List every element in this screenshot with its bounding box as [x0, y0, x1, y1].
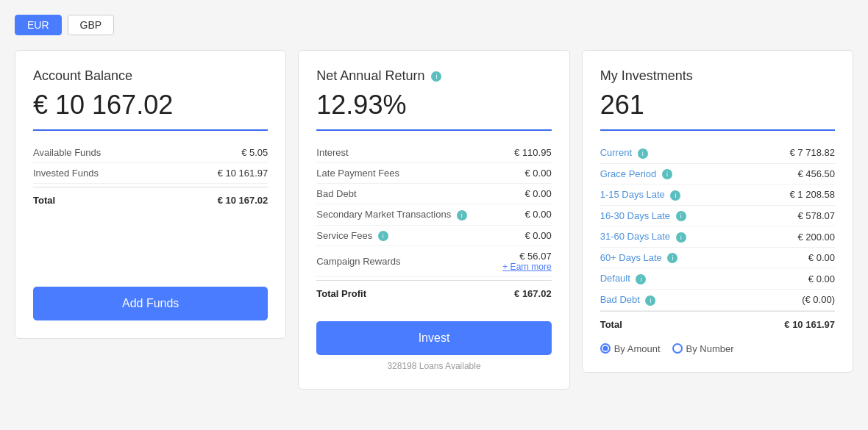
secondary-market-info-icon[interactable]: i [457, 210, 467, 221]
currency-eur-button[interactable]: EUR [15, 15, 62, 35]
late-payment-fees-row: Late Payment Fees € 0.00 [316, 163, 551, 184]
available-funds-value: € 5.05 [241, 147, 268, 158]
available-funds-row: Available Funds € 5.05 [33, 143, 268, 163]
cards-container: Account Balance € 10 167.02 Available Fu… [15, 50, 853, 390]
available-funds-label: Available Funds [33, 147, 101, 158]
days-60plus-label: 60+ Days Late i [600, 252, 678, 264]
net-annual-return-title: Net Annual Return i [316, 68, 551, 84]
my-investments-count: 261 [600, 90, 835, 121]
total-profit-label: Total Profit [316, 288, 366, 299]
account-balance-total-label: Total [33, 195, 55, 206]
my-investments-card: My Investments 261 Current i € 7 718.82 … [582, 50, 853, 373]
service-fees-value: € 0.00 [525, 230, 552, 241]
current-row: Current i € 7 718.82 [600, 143, 835, 164]
days-16-30-value: € 578.07 [797, 210, 835, 221]
late-payment-fees-value: € 0.00 [525, 168, 552, 179]
account-balance-card: Account Balance € 10 167.02 Available Fu… [15, 50, 286, 339]
invested-funds-label: Invested Funds [33, 168, 99, 179]
interest-row: Interest € 110.95 [316, 143, 551, 163]
default-label-text: Default [600, 273, 630, 284]
days-31-60-value: € 200.00 [797, 232, 835, 243]
interest-value: € 110.95 [514, 147, 552, 158]
by-number-radio-label[interactable]: By Number [672, 343, 734, 354]
current-value: € 7 718.82 [790, 147, 835, 158]
net-annual-return-title-text: Net Annual Return [316, 68, 424, 83]
bad-debt-label: Bad Debt [316, 188, 356, 199]
days-60plus-label-text: 60+ Days Late [600, 252, 662, 263]
by-number-radio-text: By Number [686, 343, 734, 354]
currency-gbp-button[interactable]: GBP [68, 15, 115, 35]
grace-period-info-icon[interactable]: i [662, 169, 672, 179]
days-1-15-value: € 1 208.58 [790, 189, 835, 200]
days-31-60-info-icon[interactable]: i [676, 232, 686, 243]
net-annual-return-divider [316, 129, 551, 131]
net-annual-return-value: 12.93% [316, 90, 551, 121]
currency-bar: EUR GBP [15, 15, 853, 35]
investments-bad-debt-label: Bad Debt i [600, 294, 656, 306]
days-60plus-info-icon[interactable]: i [667, 253, 677, 263]
by-amount-radio-label[interactable]: By Amount [600, 343, 661, 354]
service-fees-label: Service Fees i [316, 230, 388, 242]
days-1-15-info-icon[interactable]: i [670, 190, 680, 201]
grace-period-row: Grace Period i € 456.50 [600, 164, 835, 185]
invested-funds-row: Invested Funds € 10 161.97 [33, 163, 268, 184]
account-balance-total-row: Total € 10 167.02 [33, 187, 268, 210]
investments-bad-debt-row: Bad Debt i (€ 0.00) [600, 290, 835, 311]
days-16-30-label-text: 16-30 Days Late [600, 210, 670, 221]
account-balance-total-value: € 10 167.02 [218, 195, 268, 206]
total-profit-value: € 167.02 [514, 288, 552, 299]
current-label: Current i [600, 147, 648, 159]
my-investments-divider [600, 129, 835, 131]
days-31-60-label-text: 31-60 Days Late [600, 231, 670, 242]
by-number-radio-dot [672, 343, 683, 354]
days-16-30-info-icon[interactable]: i [676, 211, 686, 221]
invest-button[interactable]: Invest [316, 321, 551, 355]
secondary-market-label-text: Secondary Market Transactions [316, 209, 451, 220]
default-row: Default i € 0.00 [600, 268, 835, 290]
secondary-market-label: Secondary Market Transactions i [316, 209, 466, 221]
days-60plus-row: 60+ Days Late i € 0.00 [600, 248, 835, 269]
campaign-rewards-row: Campaign Rewards € 56.07 + Earn more [316, 246, 551, 277]
investments-bad-debt-value: (€ 0.00) [802, 294, 835, 305]
default-value: € 0.00 [808, 273, 835, 284]
current-label-text: Current [600, 147, 632, 158]
days-1-15-row: 1-15 Days Late i € 1 208.58 [600, 184, 835, 206]
loans-available-label: 328198 Loans Available [316, 361, 551, 371]
bad-debt-row: Bad Debt € 0.00 [316, 184, 551, 204]
days-16-30-row: 16-30 Days Late i € 578.07 [600, 206, 835, 227]
my-investments-total-value: € 10 161.97 [784, 319, 835, 330]
days-60plus-value: € 0.00 [808, 252, 835, 263]
investments-bad-debt-label-text: Bad Debt [600, 294, 640, 305]
my-investments-title: My Investments [600, 68, 835, 84]
current-info-icon[interactable]: i [638, 148, 648, 159]
earn-more-link[interactable]: + Earn more [502, 262, 551, 272]
account-balance-value: € 10 167.02 [33, 90, 268, 121]
campaign-rewards-value-block: € 56.07 + Earn more [502, 251, 551, 272]
service-fees-row: Service Fees i € 0.00 [316, 226, 551, 247]
service-fees-info-icon[interactable]: i [378, 231, 388, 241]
grace-period-value: € 456.50 [797, 168, 835, 179]
add-funds-button[interactable]: Add Funds [33, 287, 268, 320]
days-1-15-label: 1-15 Days Late i [600, 189, 681, 201]
default-info-icon[interactable]: i [636, 274, 646, 284]
net-annual-return-info-icon[interactable]: i [431, 71, 441, 82]
account-balance-spacer [33, 210, 268, 269]
days-31-60-label: 31-60 Days Late i [600, 231, 686, 243]
interest-label: Interest [316, 147, 348, 158]
view-mode-radio-group: By Amount By Number [600, 343, 835, 354]
invested-funds-value: € 10 161.97 [218, 168, 268, 179]
campaign-rewards-value: € 56.07 [519, 251, 551, 262]
bad-debt-value: € 0.00 [525, 188, 552, 199]
by-amount-radio-text: By Amount [614, 343, 661, 354]
grace-period-label-text: Grace Period [600, 168, 657, 179]
grace-period-label: Grace Period i [600, 168, 672, 180]
default-label: Default i [600, 273, 647, 284]
my-investments-total-label: Total [600, 319, 622, 330]
my-investments-total-row: Total € 10 161.97 [600, 311, 835, 334]
secondary-market-value: € 0.00 [525, 209, 552, 220]
late-payment-fees-label: Late Payment Fees [316, 168, 399, 179]
investments-bad-debt-info-icon[interactable]: i [645, 295, 655, 306]
days-31-60-row: 31-60 Days Late i € 200.00 [600, 226, 835, 248]
by-amount-radio-dot [600, 343, 611, 354]
service-fees-label-text: Service Fees [316, 230, 372, 241]
